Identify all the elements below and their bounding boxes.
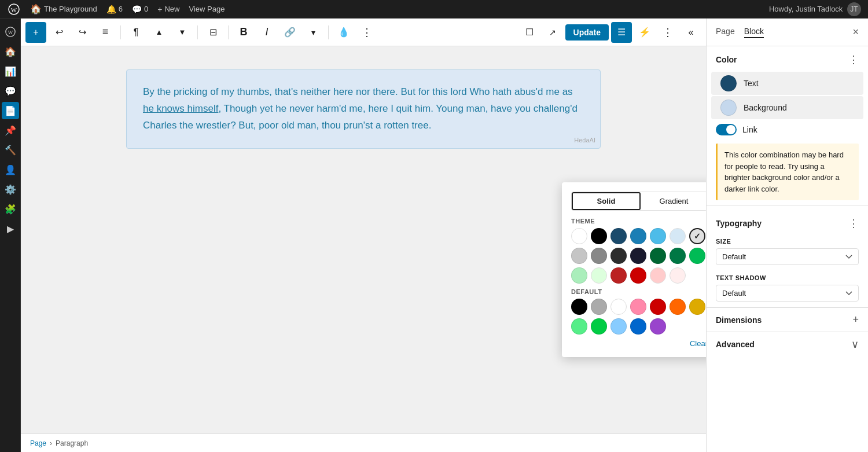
- color-blue[interactable]: [630, 228, 646, 244]
- default-orange[interactable]: [670, 299, 686, 315]
- dropper-button[interactable]: 💧: [333, 22, 354, 43]
- italic-button[interactable]: I: [256, 22, 277, 43]
- color-pale-blue[interactable]: [670, 228, 686, 244]
- link-toggle-switch[interactable]: [716, 124, 737, 135]
- redo-button[interactable]: ↪: [72, 22, 93, 43]
- gradient-tab[interactable]: Gradient: [641, 192, 706, 210]
- color-light-gray[interactable]: [571, 248, 587, 264]
- color-pale-pink[interactable]: [670, 267, 686, 284]
- typography-section-more[interactable]: ⋮: [848, 217, 859, 230]
- sidebar-icon-play[interactable]: ▶: [2, 220, 19, 237]
- bold-button[interactable]: B: [233, 22, 254, 43]
- new-content[interactable]: + New: [157, 5, 179, 14]
- size-select[interactable]: Default Small Medium Large Extra Large: [716, 248, 859, 265]
- lightning-button[interactable]: ⚡: [634, 22, 655, 43]
- more-rich-text-button[interactable]: ▾: [303, 22, 323, 43]
- sidebar-icon-pages[interactable]: 📄: [2, 102, 19, 119]
- sidebar-icon-dashboard[interactable]: 🏠: [2, 43, 19, 60]
- paragraph-button[interactable]: ¶: [126, 22, 146, 43]
- sidebar-icon-activity[interactable]: 📊: [2, 63, 19, 80]
- color-selected[interactable]: [689, 228, 705, 244]
- solid-tab[interactable]: Solid: [572, 192, 641, 210]
- size-label: SIZE: [716, 238, 859, 245]
- svg-text:W: W: [8, 30, 13, 35]
- paragraph-link[interactable]: he knows himself: [143, 103, 218, 114]
- sidebar-icon-settings[interactable]: ⚙️: [2, 181, 19, 198]
- breadcrumb-bar: Page › Paragraph: [21, 433, 706, 452]
- paragraph-block[interactable]: By the pricking of my thumbs, that's nei…: [126, 69, 601, 149]
- color-white[interactable]: [571, 228, 587, 244]
- color-dark-green[interactable]: [650, 248, 666, 264]
- right-panel: Page Block × Color ⋮ Text Background: [706, 19, 868, 452]
- sidebar-icon-wp[interactable]: W: [2, 23, 19, 41]
- text-shadow-select[interactable]: Default None Natural Deep Sharp Outlined…: [716, 285, 859, 302]
- arrow-up-button[interactable]: ▲: [149, 22, 170, 43]
- arrow-down-button[interactable]: ▼: [172, 22, 193, 43]
- undo-button[interactable]: ↩: [49, 22, 69, 43]
- link-toggle[interactable]: Link: [707, 120, 868, 139]
- color-gray[interactable]: [591, 248, 607, 264]
- color-red[interactable]: [630, 267, 646, 284]
- text-color-label: Text: [744, 79, 759, 88]
- color-dark-red[interactable]: [610, 267, 627, 284]
- notifications[interactable]: 🔔 6: [106, 5, 123, 14]
- toolbar-sep-3: [228, 25, 229, 39]
- color-very-dark[interactable]: [630, 248, 646, 264]
- color-black[interactable]: [591, 228, 607, 244]
- default-light-blue[interactable]: [610, 318, 627, 335]
- collapse-sidebar-button[interactable]: «: [681, 22, 701, 43]
- list-view-button[interactable]: ≡: [95, 22, 116, 43]
- default-green[interactable]: [591, 318, 607, 335]
- theme-label: THEME: [571, 218, 706, 225]
- sidebar-icon-tools[interactable]: 🔨: [2, 141, 19, 159]
- dimensions-section[interactable]: Dimensions +: [707, 307, 868, 332]
- color-picker-popup: Solid Gradient THEME: [562, 182, 706, 357]
- color-dark-blue[interactable]: [610, 228, 627, 244]
- block-options-button[interactable]: ⋮: [356, 22, 377, 43]
- update-button[interactable]: Update: [565, 24, 609, 41]
- default-red[interactable]: [650, 299, 666, 315]
- default-purple[interactable]: [650, 318, 666, 335]
- clear-button[interactable]: Clear: [690, 339, 706, 348]
- default-black[interactable]: [571, 299, 587, 315]
- link-button[interactable]: 🔗: [279, 22, 300, 43]
- tab-page[interactable]: Page: [716, 27, 735, 38]
- color-light-blue[interactable]: [650, 228, 666, 244]
- default-colors-grid: [571, 299, 706, 335]
- svg-text:W: W: [11, 6, 17, 13]
- align-button[interactable]: ⊟: [203, 22, 223, 43]
- toggle-sidebar-button[interactable]: ☰: [611, 22, 632, 43]
- default-white[interactable]: [610, 299, 627, 315]
- tab-block[interactable]: Block: [744, 27, 764, 38]
- default-mint[interactable]: [571, 318, 587, 335]
- advanced-section[interactable]: Advanced ∨: [707, 332, 868, 357]
- editor-options-button[interactable]: ⋮: [657, 22, 678, 43]
- color-section-more[interactable]: ⋮: [848, 53, 859, 66]
- color-pale-green[interactable]: [591, 267, 607, 284]
- default-pink[interactable]: [630, 299, 646, 315]
- color-dark-gray[interactable]: [610, 248, 627, 264]
- text-color-option[interactable]: Text: [711, 72, 863, 95]
- background-color-option[interactable]: Background: [711, 96, 863, 119]
- default-blue[interactable]: [630, 318, 646, 335]
- color-pink[interactable]: [650, 267, 666, 284]
- color-light-green[interactable]: [571, 267, 587, 284]
- wp-logo[interactable]: W: [7, 2, 21, 16]
- close-panel-button[interactable]: ×: [852, 26, 859, 38]
- color-green[interactable]: [670, 248, 686, 264]
- sidebar-icon-plugins[interactable]: 🧩: [2, 200, 19, 218]
- default-gray[interactable]: [591, 299, 607, 315]
- view-page[interactable]: View Page: [189, 5, 225, 13]
- sidebar-icon-comments[interactable]: 💬: [2, 82, 19, 100]
- default-yellow[interactable]: [689, 299, 705, 315]
- sidebar-icon-feedback[interactable]: 📌: [2, 122, 19, 139]
- site-name[interactable]: 🏠 The Playground: [30, 3, 97, 14]
- external-button[interactable]: ↗: [542, 22, 563, 43]
- color-bright-green[interactable]: [689, 248, 705, 264]
- breadcrumb-page[interactable]: Page: [30, 439, 46, 447]
- comments[interactable]: 💬 0: [132, 5, 148, 14]
- sidebar-icon-user[interactable]: 👤: [2, 161, 19, 178]
- admin-bar: W 🏠 The Playground 🔔 6 💬 0 + New View Pa…: [0, 0, 868, 19]
- view-button[interactable]: ☐: [519, 22, 540, 43]
- add-block-button[interactable]: +: [25, 22, 46, 43]
